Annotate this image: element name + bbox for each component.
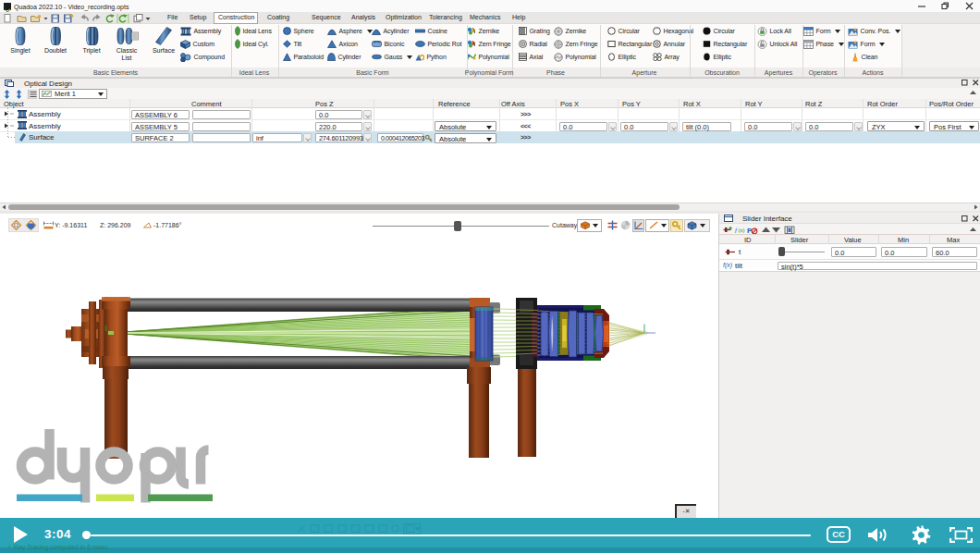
svg-text:(x): (x): [739, 227, 745, 233]
